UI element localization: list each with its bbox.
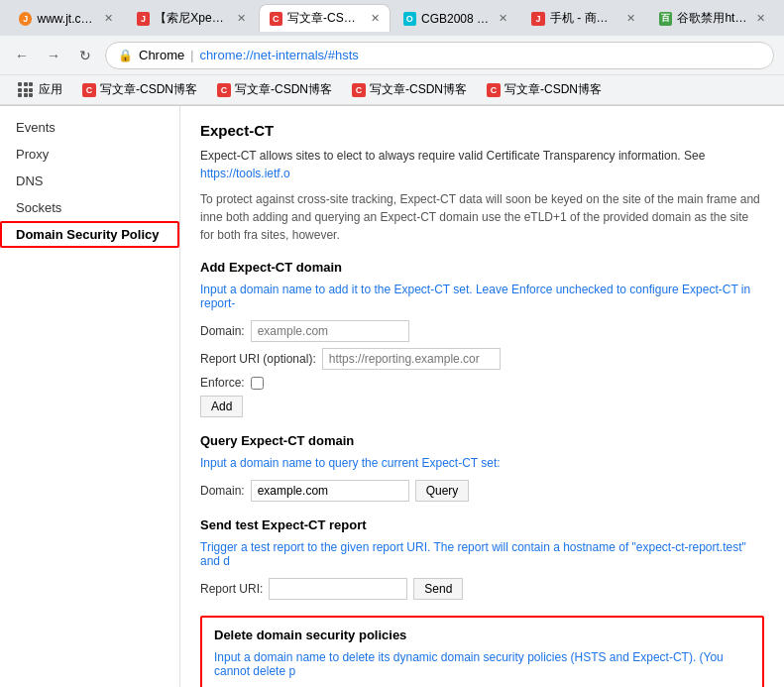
content-area: Expect-CT Expect-CT allows sites to elec…: [180, 106, 784, 687]
tab-favicon-5: J: [531, 12, 544, 26]
add-button[interactable]: Add: [200, 396, 243, 417]
secure-icon: 🔒: [118, 49, 133, 62]
add-enforce-row: Enforce:: [200, 376, 764, 390]
bookmark-apps[interactable]: 应用: [10, 78, 70, 101]
tab-title-2: 【索尼Xperi…: [155, 10, 227, 27]
bookmark-csdn-3[interactable]: C 写文章-CSDN博客: [344, 78, 475, 101]
tab-close-6[interactable]: ✕: [756, 12, 765, 25]
address-bar-url: chrome://net-internals/#hsts: [199, 48, 358, 62]
sidebar-label-events: Events: [16, 120, 56, 135]
query-button[interactable]: Query: [415, 480, 470, 502]
send-button[interactable]: Send: [413, 578, 463, 600]
send-section-title: Send test Expect-CT report: [200, 517, 764, 532]
tab-wwwjtcom[interactable]: J www.jt.com ✕: [8, 4, 124, 32]
tab-close-2[interactable]: ✕: [237, 12, 246, 25]
address-bar[interactable]: 🔒 Chrome | chrome://net-internals/#hsts: [105, 42, 774, 69]
query-domain-label: Domain:: [200, 484, 245, 498]
sidebar-label-proxy: Proxy: [16, 147, 49, 162]
add-report-uri-row: Report URI (optional):: [200, 348, 764, 370]
sidebar-label-dns: DNS: [16, 173, 43, 188]
sidebar-item-events[interactable]: Events: [0, 114, 179, 141]
bookmark-favicon-4: C: [487, 83, 501, 97]
sidebar-label-domain-security: Domain Security Policy: [16, 227, 160, 242]
query-section-title: Query Expect-CT domain: [200, 433, 764, 448]
browser-chrome: J www.jt.com ✕ J 【索尼Xperi… ✕ C 写文章-CSD… …: [0, 0, 784, 106]
bookmark-label-2: 写文章-CSDN博客: [235, 81, 332, 98]
forward-button[interactable]: →: [42, 44, 65, 67]
tab-close-1[interactable]: ✕: [104, 12, 113, 25]
add-enforce-label: Enforce:: [200, 376, 245, 390]
main-layout: Events Proxy DNS Sockets Domain Security…: [0, 106, 784, 687]
tab-close-3[interactable]: ✕: [371, 12, 380, 25]
tab-close-4[interactable]: ✕: [499, 12, 507, 25]
tab-title-1: www.jt.com: [37, 12, 94, 26]
bookmark-label-1: 写文章-CSDN博客: [100, 81, 197, 98]
delete-section-title: Delete domain security policies: [214, 628, 750, 642]
bookmarks-bar: 应用 C 写文章-CSDN博客 C 写文章-CSDN博客 C 写文章-CSDN博…: [0, 75, 784, 105]
sidebar: Events Proxy DNS Sockets Domain Security…: [0, 106, 180, 687]
address-bar-separator: |: [190, 49, 193, 62]
tab-favicon-2: J: [137, 12, 150, 26]
bookmark-csdn-1[interactable]: C 写文章-CSDN博客: [74, 78, 205, 101]
delete-section: Delete domain security policies Input a …: [200, 616, 764, 687]
sidebar-label-sockets: Sockets: [16, 200, 61, 215]
bookmark-label-3: 写文章-CSDN博客: [370, 81, 467, 98]
tab-jd1[interactable]: J 【索尼Xperi… ✕: [126, 4, 257, 32]
tab-google[interactable]: 百 谷歌禁用htt… ✕: [648, 4, 776, 32]
tab-title-4: CGB2008 -…: [421, 12, 490, 26]
tab-title-5: 手机 - 商品…: [550, 10, 617, 27]
delete-hint: Input a domain name to delete its dynami…: [214, 650, 750, 678]
main-section-desc: Expect-CT allows sites to elect to alway…: [200, 147, 764, 182]
bookmark-csdn-2[interactable]: C 写文章-CSDN博客: [209, 78, 340, 101]
address-bar-site: Chrome: [139, 48, 184, 62]
address-bar-row: ← → ↻ 🔒 Chrome | chrome://net-internals/…: [0, 36, 784, 75]
sidebar-item-sockets[interactable]: Sockets: [0, 194, 179, 221]
send-hint: Trigger a test report to the given repor…: [200, 540, 764, 568]
tab-favicon-6: 百: [659, 12, 672, 26]
bookmark-favicon-3: C: [352, 83, 366, 97]
add-hint: Input a domain name to add it to the Exp…: [200, 283, 764, 310]
add-domain-label: Domain:: [200, 324, 245, 338]
add-report-uri-label: Report URI (optional):: [200, 352, 316, 366]
add-domain-row: Domain:: [200, 320, 764, 342]
query-domain-row: Domain: Query: [200, 480, 764, 502]
tab-jd2[interactable]: J 手机 - 商品… ✕: [520, 4, 646, 32]
send-report-uri-input[interactable]: [269, 578, 407, 600]
tab-favicon-3: C: [270, 12, 282, 26]
note-text: To protect against cross-site tracking, …: [200, 190, 764, 244]
add-btn-row: Add: [200, 396, 764, 417]
refresh-button[interactable]: ↻: [73, 44, 97, 67]
sidebar-item-domain-security-policy[interactable]: Domain Security Policy: [0, 221, 179, 248]
tab-title-6: 谷歌禁用htt…: [677, 10, 747, 27]
main-section-title: Expect-CT: [200, 122, 764, 139]
bookmark-csdn-4[interactable]: C 写文章-CSDN博客: [479, 78, 610, 101]
tab-csdn1[interactable]: C 写文章-CSD… ✕: [259, 4, 391, 32]
query-hint: Input a domain name to query the current…: [200, 456, 764, 470]
tab-favicon-4: O: [403, 12, 416, 26]
desc-link[interactable]: https://tools.ietf.o: [200, 167, 290, 180]
back-button[interactable]: ←: [10, 44, 34, 67]
add-domain-input[interactable]: [251, 320, 409, 342]
sidebar-item-dns[interactable]: DNS: [0, 168, 179, 194]
tab-cgb[interactable]: O CGB2008 -… ✕: [392, 4, 519, 32]
tab-favicon-1: J: [19, 12, 32, 26]
send-report-uri-label: Report URI:: [200, 582, 263, 596]
tab-close-5[interactable]: ✕: [626, 12, 635, 25]
bookmark-label-4: 写文章-CSDN博客: [504, 81, 602, 98]
desc-text: Expect-CT allows sites to elect to alway…: [200, 149, 705, 163]
add-report-uri-input[interactable]: [322, 348, 501, 370]
bookmark-favicon-2: C: [217, 83, 231, 97]
tab-title-3: 写文章-CSD…: [287, 10, 362, 27]
tab-bar: J www.jt.com ✕ J 【索尼Xperi… ✕ C 写文章-CSD… …: [0, 0, 784, 36]
apps-grid-icon: [18, 82, 33, 97]
apps-label: 应用: [39, 81, 62, 98]
enforce-checkbox[interactable]: [251, 377, 264, 390]
query-domain-input[interactable]: [251, 480, 409, 502]
bookmark-favicon-1: C: [82, 83, 96, 97]
send-report-uri-row: Report URI: Send: [200, 578, 764, 600]
sidebar-item-proxy[interactable]: Proxy: [0, 141, 179, 168]
add-section-title: Add Expect-CT domain: [200, 260, 764, 275]
